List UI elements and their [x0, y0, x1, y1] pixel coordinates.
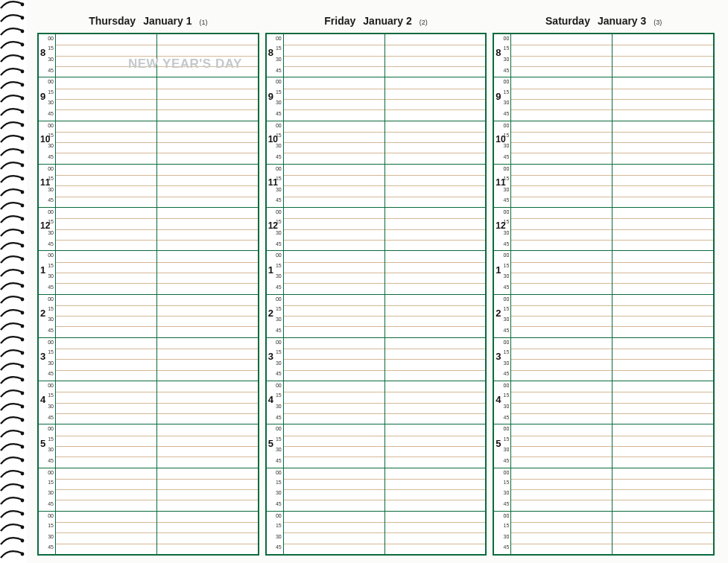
writing-column[interactable]: [384, 165, 486, 207]
writing-area[interactable]: [55, 338, 258, 381]
writing-column[interactable]: [384, 512, 486, 554]
writing-column[interactable]: [156, 468, 258, 511]
writing-column[interactable]: [612, 381, 713, 424]
writing-column[interactable]: [156, 295, 258, 337]
writing-column[interactable]: [55, 34, 156, 77]
writing-area[interactable]: [283, 77, 486, 120]
writing-area[interactable]: [510, 512, 713, 554]
writing-column[interactable]: [510, 338, 612, 381]
writing-column[interactable]: [55, 251, 156, 293]
writing-column[interactable]: [612, 468, 713, 511]
writing-area[interactable]: [510, 34, 713, 77]
writing-area[interactable]: [55, 165, 258, 207]
writing-area[interactable]: [283, 251, 486, 293]
writing-area[interactable]: [55, 512, 258, 554]
writing-area[interactable]: [510, 295, 713, 337]
writing-column[interactable]: [283, 338, 384, 381]
writing-column[interactable]: [156, 381, 258, 424]
writing-column[interactable]: [384, 468, 486, 511]
writing-column[interactable]: [283, 295, 384, 337]
writing-column[interactable]: [384, 208, 486, 250]
writing-column[interactable]: [612, 34, 713, 77]
writing-column[interactable]: [283, 251, 384, 293]
writing-column[interactable]: [283, 381, 384, 424]
writing-column[interactable]: [384, 338, 486, 381]
writing-column[interactable]: [510, 77, 612, 120]
writing-area[interactable]: [55, 251, 258, 293]
writing-column[interactable]: [384, 424, 486, 467]
writing-column[interactable]: [384, 295, 486, 337]
writing-column[interactable]: [156, 424, 258, 467]
writing-column[interactable]: [156, 34, 258, 77]
writing-column[interactable]: [384, 34, 486, 77]
writing-area[interactable]: [510, 381, 713, 424]
writing-column[interactable]: [612, 295, 713, 337]
writing-column[interactable]: [156, 338, 258, 381]
writing-column[interactable]: [384, 121, 486, 164]
writing-area[interactable]: [510, 424, 713, 467]
writing-column[interactable]: [510, 121, 612, 164]
writing-column[interactable]: [510, 512, 612, 554]
writing-column[interactable]: [283, 424, 384, 467]
writing-column[interactable]: [510, 381, 612, 424]
writing-area[interactable]: [55, 424, 258, 467]
writing-column[interactable]: [283, 468, 384, 511]
writing-column[interactable]: [384, 251, 486, 293]
writing-area[interactable]: [283, 424, 486, 467]
writing-area[interactable]: [283, 381, 486, 424]
writing-column[interactable]: [55, 295, 156, 337]
writing-area[interactable]: [55, 77, 258, 120]
writing-column[interactable]: [156, 512, 258, 554]
writing-area[interactable]: [55, 381, 258, 424]
writing-area[interactable]: [283, 121, 486, 164]
writing-column[interactable]: [384, 381, 486, 424]
writing-area[interactable]: [55, 34, 258, 77]
writing-column[interactable]: [55, 424, 156, 467]
writing-column[interactable]: [55, 121, 156, 164]
writing-column[interactable]: [55, 381, 156, 424]
writing-area[interactable]: [283, 34, 486, 77]
writing-column[interactable]: [612, 121, 713, 164]
writing-column[interactable]: [156, 121, 258, 164]
writing-column[interactable]: [510, 424, 612, 467]
writing-area[interactable]: [55, 468, 258, 511]
writing-column[interactable]: [156, 77, 258, 120]
writing-column[interactable]: [55, 165, 156, 207]
writing-column[interactable]: [283, 208, 384, 250]
writing-column[interactable]: [55, 512, 156, 554]
writing-area[interactable]: [55, 121, 258, 164]
writing-column[interactable]: [283, 512, 384, 554]
writing-area[interactable]: [283, 295, 486, 337]
writing-column[interactable]: [612, 512, 713, 554]
writing-column[interactable]: [156, 251, 258, 293]
writing-column[interactable]: [612, 208, 713, 250]
writing-column[interactable]: [156, 208, 258, 250]
writing-column[interactable]: [55, 468, 156, 511]
writing-column[interactable]: [156, 165, 258, 207]
writing-column[interactable]: [510, 251, 612, 293]
writing-area[interactable]: [510, 77, 713, 120]
writing-column[interactable]: [612, 251, 713, 293]
writing-area[interactable]: [510, 338, 713, 381]
writing-column[interactable]: [283, 34, 384, 77]
writing-area[interactable]: [283, 208, 486, 250]
writing-area[interactable]: [283, 165, 486, 207]
writing-column[interactable]: [612, 338, 713, 381]
writing-column[interactable]: [510, 295, 612, 337]
writing-column[interactable]: [55, 77, 156, 120]
writing-column[interactable]: [283, 165, 384, 207]
writing-column[interactable]: [510, 208, 612, 250]
writing-column[interactable]: [384, 77, 486, 120]
writing-area[interactable]: [510, 468, 713, 511]
writing-area[interactable]: [510, 208, 713, 250]
writing-column[interactable]: [283, 77, 384, 120]
writing-area[interactable]: [510, 165, 713, 207]
writing-area[interactable]: [510, 251, 713, 293]
writing-column[interactable]: [55, 338, 156, 381]
writing-area[interactable]: [510, 121, 713, 164]
writing-column[interactable]: [510, 468, 612, 511]
writing-column[interactable]: [612, 424, 713, 467]
writing-area[interactable]: [283, 512, 486, 554]
writing-column[interactable]: [510, 165, 612, 207]
writing-area[interactable]: [55, 208, 258, 250]
